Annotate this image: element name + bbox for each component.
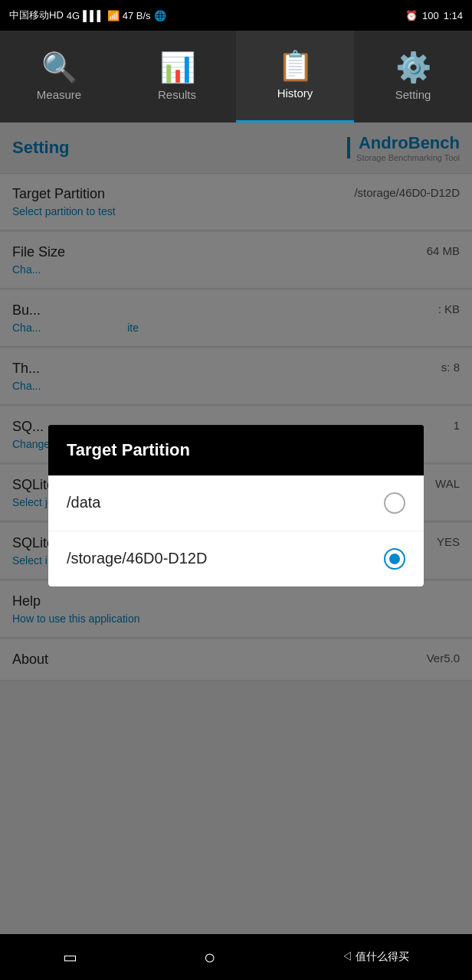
tab-results-label: Results: [158, 88, 196, 101]
content-area: Setting AndroBench Storage Benchmarking …: [0, 122, 472, 934]
dialog-partition: Target Partition /data /storage/46D0-D12…: [48, 425, 424, 586]
tab-setting[interactable]: ⚙️ Setting: [354, 31, 472, 122]
dialog-option-data[interactable]: /data: [48, 475, 424, 531]
signal-4g: 4G: [67, 10, 80, 21]
time-text: 1:14: [444, 10, 463, 21]
results-icon: 📊: [159, 53, 195, 82]
setting-icon: ⚙️: [395, 53, 431, 82]
tab-history-label: History: [277, 87, 313, 100]
home-button[interactable]: ○: [204, 946, 216, 969]
signal-bars: ▌▌▌: [83, 10, 104, 21]
radio-storage[interactable]: [384, 548, 405, 570]
history-icon: 📋: [277, 51, 313, 80]
dialog-option-storage[interactable]: /storage/46D0-D12D: [48, 531, 424, 586]
data-speed: 47 B/s: [123, 10, 151, 21]
tab-measure[interactable]: 🔍 Measure: [0, 31, 118, 122]
alarm-icon: ⏰: [405, 10, 418, 21]
bottom-nav: ▭ ○ ◁ 值什么得买: [0, 934, 472, 980]
measure-icon: 🔍: [41, 53, 77, 82]
wifi-icon: 📶: [107, 10, 120, 21]
option-label-storage: /storage/46D0-D12D: [67, 550, 207, 567]
option-label-data: /data: [67, 494, 100, 511]
tab-history[interactable]: 📋 History: [236, 31, 354, 122]
status-left: 中国移动HD 4G ▌▌▌ 📶 47 B/s 🌐: [9, 8, 166, 22]
radio-inner-selected: [389, 554, 400, 564]
dialog-title: Target Partition: [48, 425, 424, 475]
dialog-options: /data /storage/46D0-D12D: [48, 475, 424, 586]
battery-text: 100: [422, 10, 439, 21]
globe-icon: 🌐: [154, 10, 166, 21]
tab-measure-label: Measure: [37, 88, 81, 101]
back-button[interactable]: ▭: [63, 948, 77, 966]
status-bar: 中国移动HD 4G ▌▌▌ 📶 47 B/s 🌐 ⏰ 100 1:14: [0, 0, 472, 31]
dialog-overlay[interactable]: Target Partition /data /storage/46D0-D12…: [0, 122, 472, 934]
radio-data[interactable]: [384, 492, 405, 514]
status-right: ⏰ 100 1:14: [405, 10, 463, 21]
brand-button[interactable]: ◁ 值什么得买: [342, 950, 409, 964]
tab-setting-label: Setting: [395, 88, 431, 101]
tab-bar: 🔍 Measure 📊 Results 📋 History ⚙️ Setting: [0, 31, 472, 122]
carrier-text: 中国移动HD: [9, 8, 64, 22]
tab-results[interactable]: 📊 Results: [118, 31, 236, 122]
